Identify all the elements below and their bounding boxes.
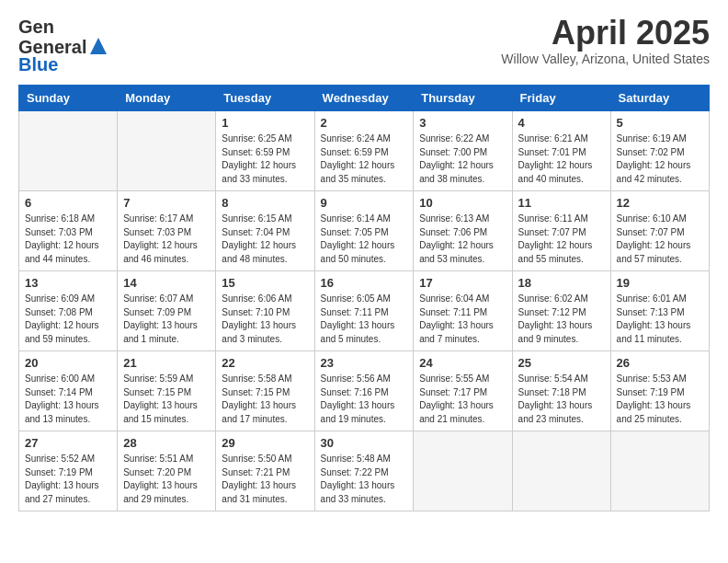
calendar-table: SundayMondayTuesdayWednesdayThursdayFrid…: [18, 85, 710, 511]
day-number: 4: [518, 116, 605, 130]
day-info: Sunrise: 6:21 AMSunset: 7:01 PMDaylight:…: [518, 132, 605, 186]
day-number: 25: [518, 356, 605, 370]
day-info: Sunrise: 6:00 AMSunset: 7:14 PMDaylight:…: [25, 373, 111, 426]
day-cell: 16Sunrise: 6:05 AMSunset: 7:11 PMDayligh…: [314, 271, 414, 351]
day-cell: 6Sunrise: 6:18 AMSunset: 7:03 PMDaylight…: [19, 191, 118, 271]
week-row-3: 13Sunrise: 6:09 AMSunset: 7:08 PMDayligh…: [19, 271, 710, 351]
day-cell: 4Sunrise: 6:21 AMSunset: 7:01 PMDaylight…: [512, 111, 610, 191]
day-number: 22: [222, 356, 308, 370]
weekday-header-row: SundayMondayTuesdayWednesdayThursdayFrid…: [19, 86, 710, 111]
day-cell: 8Sunrise: 6:15 AMSunset: 7:04 PMDaylight…: [216, 191, 314, 271]
day-info: Sunrise: 5:54 AMSunset: 7:18 PMDaylight:…: [518, 373, 605, 426]
day-number: 13: [25, 276, 111, 290]
day-number: 12: [617, 196, 703, 210]
day-info: Sunrise: 5:56 AMSunset: 7:16 PMDaylight:…: [321, 373, 408, 426]
day-number: 24: [419, 356, 506, 370]
day-number: 1: [222, 116, 308, 130]
day-info: Sunrise: 6:13 AMSunset: 7:06 PMDaylight:…: [419, 213, 506, 266]
day-number: 2: [321, 116, 408, 130]
day-cell: 3Sunrise: 6:22 AMSunset: 7:00 PMDaylight…: [414, 111, 512, 191]
day-number: 6: [25, 196, 111, 210]
day-cell: 15Sunrise: 6:06 AMSunset: 7:10 PMDayligh…: [216, 271, 314, 351]
day-info: Sunrise: 6:24 AMSunset: 6:59 PMDaylight:…: [321, 132, 408, 186]
day-info: Sunrise: 5:59 AMSunset: 7:15 PMDaylight:…: [123, 373, 210, 426]
day-number: 11: [518, 196, 605, 210]
day-cell: 21Sunrise: 5:59 AMSunset: 7:15 PMDayligh…: [118, 351, 216, 431]
day-number: 16: [321, 276, 408, 290]
weekday-header-thursday: Thursday: [414, 86, 512, 111]
day-info: Sunrise: 6:25 AMSunset: 6:59 PMDaylight:…: [222, 132, 308, 186]
day-cell: 23Sunrise: 5:56 AMSunset: 7:16 PMDayligh…: [314, 351, 414, 431]
day-info: Sunrise: 5:48 AMSunset: 7:22 PMDaylight:…: [321, 453, 408, 506]
day-number: 19: [617, 276, 703, 290]
logo-triangle-icon: [90, 40, 107, 56]
day-info: Sunrise: 6:14 AMSunset: 7:05 PMDaylight:…: [321, 213, 408, 266]
header: General General Blue April 2025 Willow V…: [18, 15, 710, 75]
day-cell: [610, 431, 709, 511]
day-number: 15: [222, 276, 308, 290]
day-number: 30: [321, 436, 408, 450]
svg-marker-1: [90, 38, 107, 54]
day-number: 14: [123, 276, 210, 290]
day-info: Sunrise: 6:04 AMSunset: 7:11 PMDaylight:…: [419, 293, 506, 346]
day-info: Sunrise: 6:01 AMSunset: 7:13 PMDaylight:…: [617, 293, 703, 346]
logo: General General Blue: [18, 15, 107, 75]
day-cell: 20Sunrise: 6:00 AMSunset: 7:14 PMDayligh…: [19, 351, 118, 431]
day-number: 8: [222, 196, 308, 210]
day-cell: 29Sunrise: 5:50 AMSunset: 7:21 PMDayligh…: [216, 431, 314, 511]
day-cell: 13Sunrise: 6:09 AMSunset: 7:08 PMDayligh…: [19, 271, 118, 351]
week-row-4: 20Sunrise: 6:00 AMSunset: 7:14 PMDayligh…: [19, 351, 710, 431]
day-number: 7: [123, 196, 210, 210]
day-number: 18: [518, 276, 605, 290]
day-cell: 12Sunrise: 6:10 AMSunset: 7:07 PMDayligh…: [610, 191, 709, 271]
day-cell: 18Sunrise: 6:02 AMSunset: 7:12 PMDayligh…: [512, 271, 610, 351]
day-cell: 17Sunrise: 6:04 AMSunset: 7:11 PMDayligh…: [414, 271, 512, 351]
day-number: 10: [419, 196, 506, 210]
day-info: Sunrise: 6:02 AMSunset: 7:12 PMDaylight:…: [518, 293, 605, 346]
day-number: 17: [419, 276, 506, 290]
day-info: Sunrise: 6:06 AMSunset: 7:10 PMDaylight:…: [222, 293, 308, 346]
day-info: Sunrise: 6:05 AMSunset: 7:11 PMDaylight:…: [321, 293, 408, 346]
day-info: Sunrise: 6:17 AMSunset: 7:03 PMDaylight:…: [123, 213, 210, 266]
day-info: Sunrise: 5:58 AMSunset: 7:15 PMDaylight:…: [222, 373, 308, 426]
month-title: April 2025: [501, 15, 710, 52]
day-number: 20: [25, 356, 111, 370]
day-info: Sunrise: 6:07 AMSunset: 7:09 PMDaylight:…: [123, 293, 210, 346]
day-info: Sunrise: 6:15 AMSunset: 7:04 PMDaylight:…: [222, 213, 308, 266]
day-info: Sunrise: 5:50 AMSunset: 7:21 PMDaylight:…: [222, 453, 308, 506]
day-info: Sunrise: 6:10 AMSunset: 7:07 PMDaylight:…: [617, 213, 703, 266]
day-cell: 25Sunrise: 5:54 AMSunset: 7:18 PMDayligh…: [512, 351, 610, 431]
weekday-header-monday: Monday: [118, 86, 216, 111]
day-cell: 30Sunrise: 5:48 AMSunset: 7:22 PMDayligh…: [314, 431, 414, 511]
weekday-header-wednesday: Wednesday: [314, 86, 414, 111]
day-number: 26: [617, 356, 703, 370]
weekday-header-friday: Friday: [512, 86, 610, 111]
week-row-5: 27Sunrise: 5:52 AMSunset: 7:19 PMDayligh…: [19, 431, 710, 511]
logo-blue-text: Blue: [18, 54, 58, 75]
day-info: Sunrise: 6:18 AMSunset: 7:03 PMDaylight:…: [25, 213, 111, 266]
weekday-header-tuesday: Tuesday: [216, 86, 314, 111]
day-cell: [19, 111, 118, 191]
day-number: 28: [123, 436, 210, 450]
day-cell: 27Sunrise: 5:52 AMSunset: 7:19 PMDayligh…: [19, 431, 118, 511]
day-cell: [512, 431, 610, 511]
day-cell: 14Sunrise: 6:07 AMSunset: 7:09 PMDayligh…: [118, 271, 216, 351]
day-info: Sunrise: 5:51 AMSunset: 7:20 PMDaylight:…: [123, 453, 210, 506]
day-number: 3: [419, 116, 506, 130]
svg-text:General: General: [18, 17, 53, 37]
location-title: Willow Valley, Arizona, United States: [501, 52, 710, 66]
weekday-header-sunday: Sunday: [19, 86, 118, 111]
day-info: Sunrise: 5:53 AMSunset: 7:19 PMDaylight:…: [617, 373, 703, 426]
day-info: Sunrise: 6:11 AMSunset: 7:07 PMDaylight:…: [518, 213, 605, 266]
day-cell: 11Sunrise: 6:11 AMSunset: 7:07 PMDayligh…: [512, 191, 610, 271]
weekday-header-saturday: Saturday: [610, 86, 709, 111]
day-info: Sunrise: 5:55 AMSunset: 7:17 PMDaylight:…: [419, 373, 506, 426]
day-info: Sunrise: 6:09 AMSunset: 7:08 PMDaylight:…: [25, 293, 111, 346]
day-cell: 10Sunrise: 6:13 AMSunset: 7:06 PMDayligh…: [414, 191, 512, 271]
day-cell: 1Sunrise: 6:25 AMSunset: 6:59 PMDaylight…: [216, 111, 314, 191]
day-cell: 19Sunrise: 6:01 AMSunset: 7:13 PMDayligh…: [610, 271, 709, 351]
day-number: 27: [25, 436, 111, 450]
day-number: 5: [617, 116, 703, 130]
day-info: Sunrise: 5:52 AMSunset: 7:19 PMDaylight:…: [25, 453, 111, 506]
day-cell: 5Sunrise: 6:19 AMSunset: 7:02 PMDaylight…: [610, 111, 709, 191]
